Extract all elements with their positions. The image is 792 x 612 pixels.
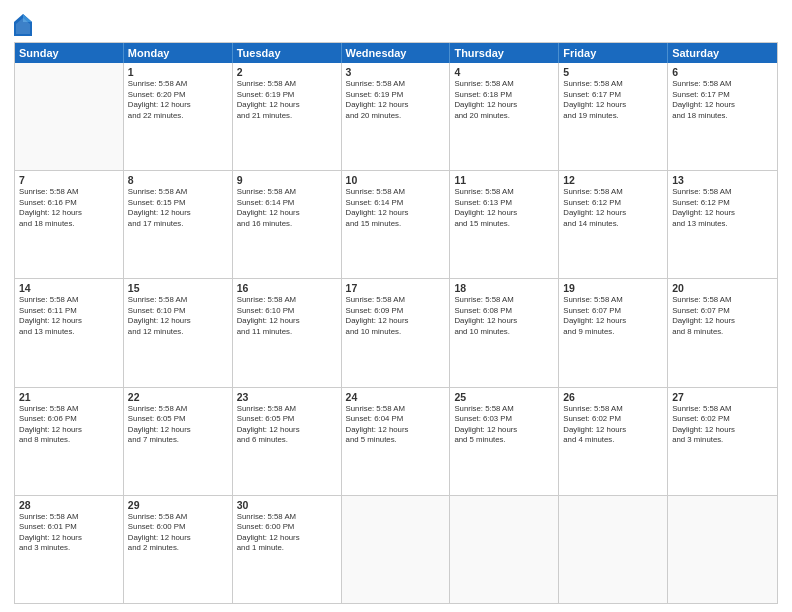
day-number: 24: [346, 391, 446, 403]
day-number: 8: [128, 174, 228, 186]
day-cell-29: 29Sunrise: 5:58 AM Sunset: 6:00 PM Dayli…: [124, 496, 233, 603]
day-info: Sunrise: 5:58 AM Sunset: 6:05 PM Dayligh…: [237, 404, 337, 446]
day-cell-7: 7Sunrise: 5:58 AM Sunset: 6:16 PM Daylig…: [15, 171, 124, 278]
day-cell-15: 15Sunrise: 5:58 AM Sunset: 6:10 PM Dayli…: [124, 279, 233, 386]
day-number: 25: [454, 391, 554, 403]
day-number: 11: [454, 174, 554, 186]
day-cell-18: 18Sunrise: 5:58 AM Sunset: 6:08 PM Dayli…: [450, 279, 559, 386]
calendar-row-2: 14Sunrise: 5:58 AM Sunset: 6:11 PM Dayli…: [15, 279, 777, 387]
day-cell-14: 14Sunrise: 5:58 AM Sunset: 6:11 PM Dayli…: [15, 279, 124, 386]
day-cell-26: 26Sunrise: 5:58 AM Sunset: 6:02 PM Dayli…: [559, 388, 668, 495]
day-cell-16: 16Sunrise: 5:58 AM Sunset: 6:10 PM Dayli…: [233, 279, 342, 386]
day-cell-11: 11Sunrise: 5:58 AM Sunset: 6:13 PM Dayli…: [450, 171, 559, 278]
day-cell-19: 19Sunrise: 5:58 AM Sunset: 6:07 PM Dayli…: [559, 279, 668, 386]
day-info: Sunrise: 5:58 AM Sunset: 6:17 PM Dayligh…: [672, 79, 773, 121]
day-number: 27: [672, 391, 773, 403]
day-info: Sunrise: 5:58 AM Sunset: 6:19 PM Dayligh…: [346, 79, 446, 121]
day-cell-24: 24Sunrise: 5:58 AM Sunset: 6:04 PM Dayli…: [342, 388, 451, 495]
day-cell-27: 27Sunrise: 5:58 AM Sunset: 6:02 PM Dayli…: [668, 388, 777, 495]
day-cell-3: 3Sunrise: 5:58 AM Sunset: 6:19 PM Daylig…: [342, 63, 451, 170]
day-info: Sunrise: 5:58 AM Sunset: 6:09 PM Dayligh…: [346, 295, 446, 337]
day-number: 18: [454, 282, 554, 294]
day-info: Sunrise: 5:58 AM Sunset: 6:14 PM Dayligh…: [237, 187, 337, 229]
day-info: Sunrise: 5:58 AM Sunset: 6:07 PM Dayligh…: [563, 295, 663, 337]
day-info: Sunrise: 5:58 AM Sunset: 6:02 PM Dayligh…: [563, 404, 663, 446]
day-number: 12: [563, 174, 663, 186]
empty-cell-4-6: [668, 496, 777, 603]
calendar-row-4: 28Sunrise: 5:58 AM Sunset: 6:01 PM Dayli…: [15, 496, 777, 603]
day-info: Sunrise: 5:58 AM Sunset: 6:18 PM Dayligh…: [454, 79, 554, 121]
logo: [14, 14, 34, 36]
day-number: 16: [237, 282, 337, 294]
day-number: 10: [346, 174, 446, 186]
day-number: 21: [19, 391, 119, 403]
day-info: Sunrise: 5:58 AM Sunset: 6:03 PM Dayligh…: [454, 404, 554, 446]
calendar-header: SundayMondayTuesdayWednesdayThursdayFrid…: [15, 43, 777, 63]
day-cell-10: 10Sunrise: 5:58 AM Sunset: 6:14 PM Dayli…: [342, 171, 451, 278]
day-number: 26: [563, 391, 663, 403]
day-cell-1: 1Sunrise: 5:58 AM Sunset: 6:20 PM Daylig…: [124, 63, 233, 170]
day-number: 6: [672, 66, 773, 78]
day-cell-12: 12Sunrise: 5:58 AM Sunset: 6:12 PM Dayli…: [559, 171, 668, 278]
empty-cell-4-3: [342, 496, 451, 603]
day-cell-2: 2Sunrise: 5:58 AM Sunset: 6:19 PM Daylig…: [233, 63, 342, 170]
page: SundayMondayTuesdayWednesdayThursdayFrid…: [0, 0, 792, 612]
day-cell-21: 21Sunrise: 5:58 AM Sunset: 6:06 PM Dayli…: [15, 388, 124, 495]
day-number: 4: [454, 66, 554, 78]
header: [14, 10, 778, 36]
day-number: 28: [19, 499, 119, 511]
day-cell-28: 28Sunrise: 5:58 AM Sunset: 6:01 PM Dayli…: [15, 496, 124, 603]
empty-cell-0-0: [15, 63, 124, 170]
header-day-thursday: Thursday: [450, 43, 559, 63]
day-number: 17: [346, 282, 446, 294]
day-cell-22: 22Sunrise: 5:58 AM Sunset: 6:05 PM Dayli…: [124, 388, 233, 495]
day-number: 9: [237, 174, 337, 186]
header-day-tuesday: Tuesday: [233, 43, 342, 63]
day-info: Sunrise: 5:58 AM Sunset: 6:12 PM Dayligh…: [672, 187, 773, 229]
header-day-monday: Monday: [124, 43, 233, 63]
day-number: 20: [672, 282, 773, 294]
day-number: 14: [19, 282, 119, 294]
calendar: SundayMondayTuesdayWednesdayThursdayFrid…: [14, 42, 778, 604]
day-info: Sunrise: 5:58 AM Sunset: 6:15 PM Dayligh…: [128, 187, 228, 229]
day-number: 19: [563, 282, 663, 294]
day-number: 5: [563, 66, 663, 78]
day-info: Sunrise: 5:58 AM Sunset: 6:00 PM Dayligh…: [237, 512, 337, 554]
day-cell-4: 4Sunrise: 5:58 AM Sunset: 6:18 PM Daylig…: [450, 63, 559, 170]
day-info: Sunrise: 5:58 AM Sunset: 6:02 PM Dayligh…: [672, 404, 773, 446]
empty-cell-4-5: [559, 496, 668, 603]
day-info: Sunrise: 5:58 AM Sunset: 6:06 PM Dayligh…: [19, 404, 119, 446]
day-info: Sunrise: 5:58 AM Sunset: 6:05 PM Dayligh…: [128, 404, 228, 446]
day-cell-17: 17Sunrise: 5:58 AM Sunset: 6:09 PM Dayli…: [342, 279, 451, 386]
day-info: Sunrise: 5:58 AM Sunset: 6:19 PM Dayligh…: [237, 79, 337, 121]
logo-icon: [14, 14, 32, 36]
day-info: Sunrise: 5:58 AM Sunset: 6:08 PM Dayligh…: [454, 295, 554, 337]
day-number: 1: [128, 66, 228, 78]
calendar-body: 1Sunrise: 5:58 AM Sunset: 6:20 PM Daylig…: [15, 63, 777, 603]
day-number: 15: [128, 282, 228, 294]
day-cell-20: 20Sunrise: 5:58 AM Sunset: 6:07 PM Dayli…: [668, 279, 777, 386]
day-info: Sunrise: 5:58 AM Sunset: 6:14 PM Dayligh…: [346, 187, 446, 229]
day-number: 13: [672, 174, 773, 186]
header-day-wednesday: Wednesday: [342, 43, 451, 63]
day-info: Sunrise: 5:58 AM Sunset: 6:12 PM Dayligh…: [563, 187, 663, 229]
calendar-row-0: 1Sunrise: 5:58 AM Sunset: 6:20 PM Daylig…: [15, 63, 777, 171]
day-cell-13: 13Sunrise: 5:58 AM Sunset: 6:12 PM Dayli…: [668, 171, 777, 278]
day-info: Sunrise: 5:58 AM Sunset: 6:10 PM Dayligh…: [128, 295, 228, 337]
day-info: Sunrise: 5:58 AM Sunset: 6:01 PM Dayligh…: [19, 512, 119, 554]
day-number: 29: [128, 499, 228, 511]
day-number: 3: [346, 66, 446, 78]
day-cell-30: 30Sunrise: 5:58 AM Sunset: 6:00 PM Dayli…: [233, 496, 342, 603]
day-cell-8: 8Sunrise: 5:58 AM Sunset: 6:15 PM Daylig…: [124, 171, 233, 278]
day-info: Sunrise: 5:58 AM Sunset: 6:00 PM Dayligh…: [128, 512, 228, 554]
day-number: 23: [237, 391, 337, 403]
day-cell-5: 5Sunrise: 5:58 AM Sunset: 6:17 PM Daylig…: [559, 63, 668, 170]
day-info: Sunrise: 5:58 AM Sunset: 6:17 PM Dayligh…: [563, 79, 663, 121]
day-cell-6: 6Sunrise: 5:58 AM Sunset: 6:17 PM Daylig…: [668, 63, 777, 170]
day-info: Sunrise: 5:58 AM Sunset: 6:04 PM Dayligh…: [346, 404, 446, 446]
header-day-sunday: Sunday: [15, 43, 124, 63]
calendar-row-1: 7Sunrise: 5:58 AM Sunset: 6:16 PM Daylig…: [15, 171, 777, 279]
empty-cell-4-4: [450, 496, 559, 603]
day-info: Sunrise: 5:58 AM Sunset: 6:13 PM Dayligh…: [454, 187, 554, 229]
header-day-saturday: Saturday: [668, 43, 777, 63]
